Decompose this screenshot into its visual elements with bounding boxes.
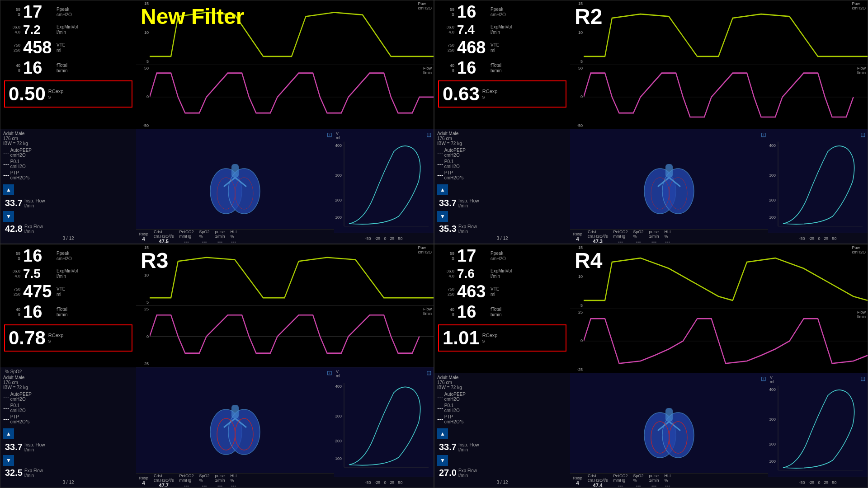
- petco2-item-1: PetCO2mmHg ---: [613, 230, 628, 244]
- ppeak-row-3: 59S 17 PpeakcmH2O: [437, 246, 567, 266]
- expminvol-row-2: 36.04.0 7.5 ExpMinVoll/min: [3, 267, 133, 281]
- pulse-label-1: pulse1/min: [649, 230, 659, 239]
- pulse-label-0: pulse1/min: [215, 230, 225, 239]
- flow-chart-3: 25 0 -25 Flowl/min: [570, 309, 868, 374]
- p01-dash-3: - - -: [437, 404, 443, 412]
- paw-ylow-2: 5: [137, 300, 149, 305]
- lung-svg-1: [633, 150, 705, 223]
- pv-x75-0: 50: [398, 236, 403, 241]
- paw-ymid-1: 10: [571, 30, 583, 35]
- exp-flow-value-3: 27.0: [439, 468, 457, 478]
- rcexp-value-3: 1.01: [443, 327, 480, 349]
- resp-item-3: Resp 4: [573, 476, 582, 486]
- svg-rect-31: [231, 405, 239, 418]
- p01-dash-1: - - -: [437, 160, 443, 168]
- bottom-left-0: Adult Male 176 cm IBW = 72 kg - - - Auto…: [0, 129, 136, 244]
- ftotal-row-1: 408 16 fTotalb/min: [437, 58, 567, 78]
- flow-chart-area-3: [584, 309, 868, 373]
- nav-up-btn-1[interactable]: ▲: [437, 184, 448, 195]
- expminvol-row-0: 36.04.0 7.2 ExpMinVoll/min: [3, 23, 133, 37]
- svg-rect-45: [665, 408, 673, 422]
- petco2-value-3: ---: [618, 483, 623, 488]
- expminvol-row-1: 36.04.0 7.4 ExpMinVoll/min: [437, 23, 567, 37]
- ins-flow-label-1: Insp. Flowl/min: [458, 198, 479, 208]
- hli-label-3: HLI%: [665, 474, 671, 483]
- svg-text:300: 300: [335, 173, 342, 178]
- flow-ymin-3: -25: [571, 367, 583, 372]
- ptp-dash-2: - - -: [3, 416, 9, 423]
- flow-ymax-2: 25: [137, 307, 149, 311]
- vte-label-3: VTEml: [491, 286, 499, 297]
- expminvol-value-1: 7.4: [457, 23, 489, 37]
- ins-flow-value-3: 33.7: [439, 442, 457, 452]
- paw-title-1: PawcmH2O: [852, 1, 866, 10]
- pulse-value-3: ---: [651, 483, 656, 488]
- corner-icon-0: ⊡: [327, 131, 332, 138]
- petco2-label-0: PetCO2mmHg: [179, 230, 194, 239]
- pv-x75-3: 50: [832, 480, 837, 485]
- rcexp-box-1: 0.63 RCexps: [438, 80, 566, 108]
- resp-label-1: Resp: [573, 232, 582, 236]
- nav-row2-0: ▼: [3, 210, 133, 223]
- nav-down-btn-2[interactable]: ▼: [3, 455, 14, 466]
- petco2-value-1: ---: [618, 239, 623, 244]
- pulse-value-1: ---: [651, 239, 656, 244]
- resp-item-1: Resp 4: [573, 232, 582, 242]
- panel-bottom-2: % SpO2 Adult Male 176 cm IBW = 72 kg - -…: [0, 367, 434, 488]
- nav-up-btn-3[interactable]: ▲: [437, 428, 448, 439]
- panel-bottom-1: Adult Male 176 cm IBW = 72 kg - - - Auto…: [434, 129, 868, 244]
- metrics-col-2: 59S 16 PpeakcmH2O 36.04.0 7.5 ExpMinVoll…: [0, 244, 136, 367]
- petco2-value-0: ---: [184, 239, 189, 244]
- flow-chart-area-2: [150, 306, 434, 367]
- pv-area-0: ⊡ Vml 400 300 200 100 Flowl/min: [334, 129, 434, 244]
- panel-bottom-3: Adult Male 176 cm IBW = 72 kg - - - Auto…: [434, 373, 868, 488]
- autopeep-label-3: AutoPEEPcmH2O: [444, 392, 466, 402]
- ptp-dash-3: - - -: [437, 416, 443, 423]
- spo2-label-2: SpO2%: [199, 474, 210, 483]
- pulse-value-2: ---: [217, 483, 222, 488]
- lung-svg-0: [199, 150, 271, 223]
- pv-x50-3: 25: [824, 480, 829, 485]
- exp-flow-row-1: 35.3 Exp Flowl/min: [437, 224, 567, 234]
- rcexp-label-1: RCexps: [482, 89, 498, 99]
- flow-y0-1: 0: [571, 94, 583, 99]
- spo2-row-2: % SpO2: [3, 369, 133, 374]
- panel-new-filter: 59S 17 PpeakcmH2O 36.04.0 7.2 ExpMinVoll…: [0, 0, 434, 244]
- bottom-left-3: Adult Male 176 cm IBW = 72 kg - - - Auto…: [434, 373, 570, 488]
- ptp-dash-0: - - -: [3, 172, 9, 179]
- resp-item-0: Resp 4: [139, 232, 148, 242]
- nav-up-btn-0[interactable]: ▲: [3, 184, 14, 195]
- nav-row2-2: ▼: [3, 454, 133, 467]
- panel-r3: 59S 16 PpeakcmH2O 36.04.0 7.5 ExpMinVoll…: [0, 244, 434, 488]
- exp-flow-value-0: 42.8: [5, 224, 23, 234]
- lung-area-2: ⊡ Resp 4: [136, 367, 334, 488]
- hli-item-3: HLI% ---: [665, 474, 671, 488]
- ptp-label-0: PTPcmH2O*s: [10, 170, 30, 180]
- nav-up-btn-2[interactable]: ▲: [3, 428, 14, 439]
- nav-down-btn-1[interactable]: ▼: [437, 211, 448, 222]
- panel-label-0: New Filter: [141, 4, 244, 29]
- bottom-charts-0: ⊡: [136, 129, 434, 244]
- nav-row2-3: ▼: [437, 454, 567, 467]
- exp-flow-label-2: Exp Flowl/min: [24, 468, 43, 478]
- rcexp-box-2: 0.78 RCexps: [4, 324, 132, 352]
- svg-text:400: 400: [335, 143, 342, 148]
- ptp-row-2: - - - PTPcmH2O*s: [3, 414, 133, 424]
- nav-down-btn-0[interactable]: ▼: [3, 211, 14, 222]
- svg-text:100: 100: [769, 459, 776, 464]
- spo2-item-0: SpO2% ---: [199, 230, 210, 244]
- autopeep-label-1: AutoPEEPcmH2O: [444, 148, 466, 158]
- nav-row-3: ▲: [437, 427, 567, 440]
- expminvol-range-0: 36.04.0: [3, 25, 20, 35]
- panel-label-3: R4: [575, 248, 602, 273]
- pv-ylabel-3: Vml: [770, 375, 774, 384]
- spo2-item-1: SpO2% ---: [633, 230, 644, 244]
- bottom-charts-3: ⊡ Resp 4: [570, 373, 868, 488]
- svg-text:200: 200: [335, 439, 342, 443]
- nav-down-btn-3[interactable]: ▼: [437, 455, 448, 466]
- ins-flow-row-2: 33.7 Insp. Flowl/min: [3, 442, 133, 452]
- svg-text:300: 300: [769, 173, 776, 178]
- svg-text:400: 400: [335, 384, 342, 389]
- expminvol-range-2: 36.04.0: [3, 269, 20, 279]
- pulse-item-3: pulse1/min ---: [649, 474, 659, 488]
